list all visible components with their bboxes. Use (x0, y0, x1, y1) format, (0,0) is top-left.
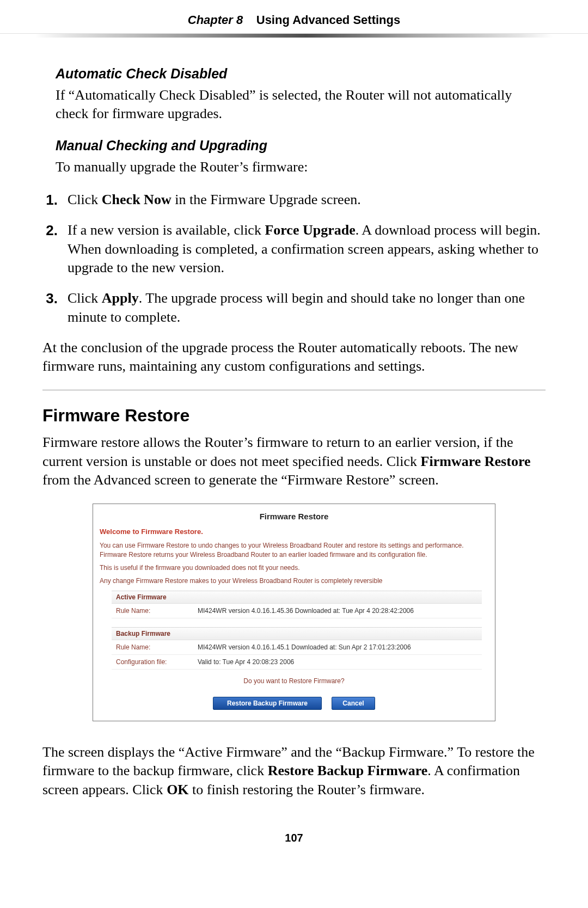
dialog-title: Firmware Restore (100, 512, 488, 521)
field-value: Valid to: Tue Apr 4 20:08:23 2006 (193, 655, 482, 669)
dialog-button-row: Restore Backup Firmware Cancel (100, 697, 488, 710)
field-value: MI424WR version 4.0.16.1.45.36 Downloade… (193, 604, 482, 618)
dialog-description-2: This is useful if the firmware you downl… (100, 563, 488, 572)
paragraph-manual-intro: To manually upgrade the Router’s firmwar… (56, 158, 546, 176)
section-divider (42, 390, 546, 390)
dialog-description-3: Any change Firmware Restore makes to you… (100, 576, 488, 585)
cancel-button[interactable]: Cancel (332, 697, 375, 710)
backup-firmware-group: Backup Firmware Rule Name: MI424WR versi… (112, 627, 482, 670)
dialog-prompt: Do you want to Restore Firmware? (100, 677, 488, 685)
page: Chapter 8 Using Advanced Settings Automa… (0, 0, 588, 866)
chapter-title: Using Advanced Settings (256, 13, 400, 27)
active-firmware-group: Active Firmware Rule Name: MI424WR versi… (112, 591, 482, 618)
subheading-auto-check: Automatic Check Disabled (56, 66, 546, 82)
group-header-backup: Backup Firmware (112, 628, 482, 640)
paragraph-manual-outro: At the conclusion of the upgrade process… (42, 339, 546, 376)
table-row: Configuration file: Valid to: Tue Apr 4 … (112, 655, 482, 670)
step-item: 2. If a new version is available, click … (42, 221, 546, 277)
step-item: 3. Click Apply. The upgrade process will… (42, 289, 546, 327)
dialog-welcome: Welcome to Firmware Restore. (100, 527, 488, 536)
paragraph-auto-check: If “Automatically Check Disabled” is sel… (56, 86, 546, 124)
paragraph-restore-intro: Firmware restore allows the Router’s fir… (42, 433, 546, 489)
restore-backup-firmware-button[interactable]: Restore Backup Firmware (213, 697, 322, 710)
page-number: 107 (42, 832, 546, 844)
header-gradient-rule (0, 33, 588, 38)
running-header: Chapter 8 Using Advanced Settings (42, 0, 546, 33)
chapter-label: Chapter 8 (188, 13, 243, 27)
embedded-screenshot: Firmware Restore Welcome to Firmware Res… (42, 504, 546, 721)
step-body: If a new version is available, click For… (68, 221, 546, 277)
field-label: Configuration file: (112, 655, 193, 669)
ordered-steps: 1. Click Check Now in the Firmware Upgra… (42, 191, 546, 327)
step-number: 1. (42, 191, 58, 209)
step-body: Click Check Now in the Firmware Upgrade … (68, 191, 546, 209)
firmware-restore-dialog: Firmware Restore Welcome to Firmware Res… (93, 504, 495, 721)
field-label: Rule Name: (112, 604, 193, 618)
step-number: 3. (42, 289, 58, 327)
subheading-manual-upgrade: Manual Checking and Upgrading (56, 138, 546, 154)
step-body: Click Apply. The upgrade process will be… (68, 289, 546, 327)
table-row: Rule Name: MI424WR version 4.0.16.1.45.1… (112, 640, 482, 655)
paragraph-restore-outro: The screen displays the “Active Firmware… (42, 743, 546, 799)
field-label: Rule Name: (112, 640, 193, 654)
step-number: 2. (42, 221, 58, 277)
field-value: MI424WR version 4.0.16.1.45.1 Downloaded… (193, 640, 482, 654)
heading-firmware-restore: Firmware Restore (42, 406, 546, 426)
dialog-description-1: You can use Firmware Restore to undo cha… (100, 541, 488, 559)
table-row: Rule Name: MI424WR version 4.0.16.1.45.3… (112, 604, 482, 618)
group-header-active: Active Firmware (112, 591, 482, 604)
step-item: 1. Click Check Now in the Firmware Upgra… (42, 191, 546, 209)
